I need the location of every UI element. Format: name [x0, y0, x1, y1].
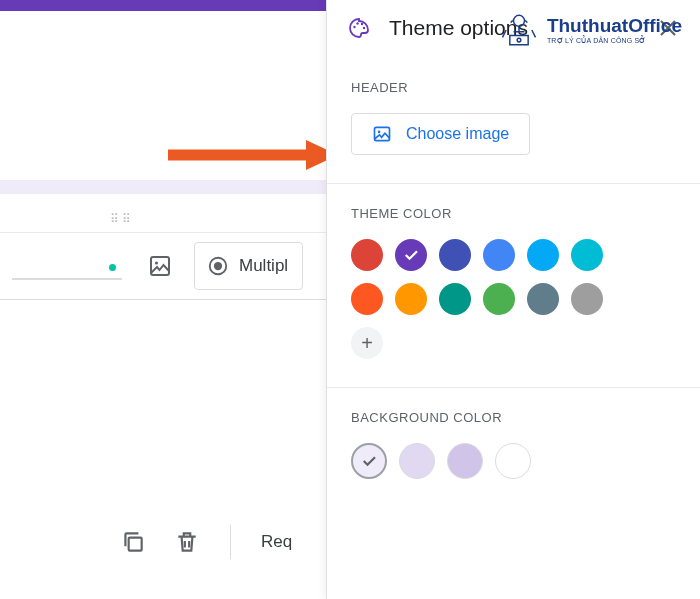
svg-rect-0 [151, 257, 169, 275]
theme-color-swatch[interactable] [439, 239, 471, 271]
svg-rect-11 [375, 127, 390, 140]
theme-color-swatch[interactable] [571, 283, 603, 315]
theme-color-swatch[interactable] [395, 283, 427, 315]
theme-color-label: THEME COLOR [351, 206, 676, 221]
theme-color-swatch[interactable] [527, 239, 559, 271]
insert-image-icon[interactable] [148, 254, 172, 278]
svg-point-1 [155, 261, 158, 264]
watermark: ThuthuatOffice TRỢ LÝ CỦA DÂN CÔNG SỞ [497, 8, 682, 52]
question-title-input[interactable] [12, 252, 122, 280]
theme-color-swatches: + [351, 239, 631, 359]
background-color-label: BACKGROUND COLOR [351, 410, 676, 425]
palette-icon [347, 16, 371, 40]
svg-point-13 [513, 15, 524, 26]
question-type-label: Multipl [239, 256, 288, 276]
background-color-swatch[interactable] [495, 443, 531, 479]
form-section-gap [0, 180, 326, 194]
watermark-tagline: TRỢ LÝ CỦA DÂN CÔNG SỞ [547, 37, 682, 45]
theme-color-swatch[interactable] [483, 239, 515, 271]
add-custom-color-button[interactable]: + [351, 327, 383, 359]
delete-icon[interactable] [174, 529, 200, 555]
image-icon [372, 124, 392, 144]
svg-point-7 [353, 26, 355, 28]
background-color-swatches [351, 443, 631, 479]
svg-point-3 [214, 262, 222, 270]
theme-options-panel: Theme options HEADER Choose image THEME … [326, 0, 700, 599]
theme-color-swatch[interactable] [351, 239, 383, 271]
theme-color-swatch[interactable] [483, 283, 515, 315]
toolbar-divider [230, 525, 231, 559]
svg-point-14 [517, 38, 521, 42]
drag-handle-icon[interactable]: ⠿⠿ [110, 212, 134, 226]
annotation-arrow [168, 140, 338, 170]
svg-rect-4 [129, 538, 142, 551]
theme-color-swatch[interactable] [527, 283, 559, 315]
svg-point-8 [356, 22, 358, 24]
header-section-label: HEADER [351, 80, 676, 95]
question-footer-toolbar: Req [120, 525, 292, 559]
background-color-swatch[interactable] [447, 443, 483, 479]
duplicate-icon[interactable] [120, 529, 146, 555]
watermark-mascot-icon [497, 8, 541, 52]
radio-icon [207, 255, 229, 277]
choose-image-label: Choose image [406, 125, 509, 143]
theme-color-swatch[interactable] [439, 283, 471, 315]
theme-color-swatch[interactable] [351, 283, 383, 315]
background-color-swatch[interactable] [399, 443, 435, 479]
svg-point-9 [361, 23, 363, 25]
background-color-swatch[interactable] [351, 443, 387, 479]
watermark-brand: ThuthuatOffice [547, 16, 682, 35]
theme-color-swatch[interactable] [395, 239, 427, 271]
question-toolbar: Multipl [0, 232, 326, 300]
required-label: Req [261, 532, 292, 552]
form-accent-bar [0, 0, 326, 11]
theme-color-section: THEME COLOR + [327, 184, 700, 388]
background-color-section: BACKGROUND COLOR [327, 388, 700, 507]
theme-color-swatch[interactable] [571, 239, 603, 271]
form-canvas: ⠿⠿ Multipl [0, 0, 326, 599]
question-type-dropdown[interactable]: Multipl [194, 242, 303, 290]
svg-point-12 [378, 131, 381, 134]
choose-image-button[interactable]: Choose image [351, 113, 530, 155]
header-section: HEADER Choose image [327, 58, 700, 184]
svg-point-10 [363, 27, 365, 29]
